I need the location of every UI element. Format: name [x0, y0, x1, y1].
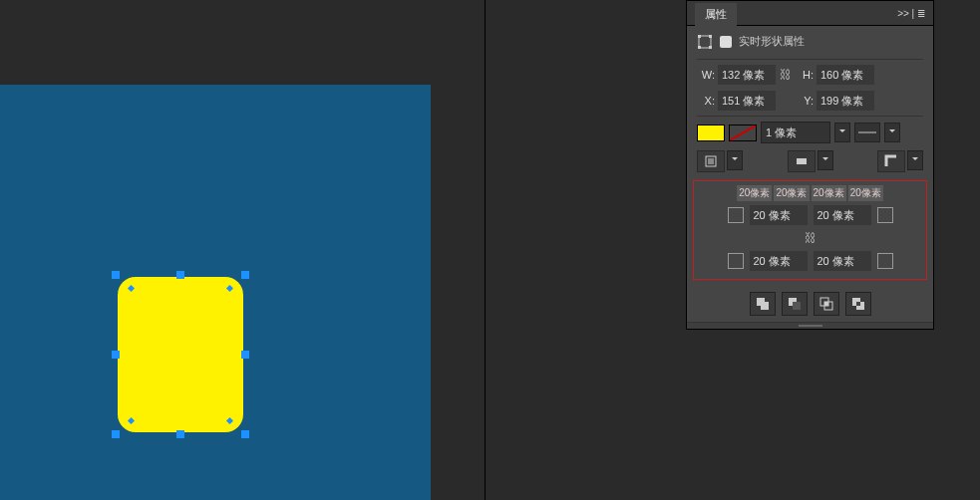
pathop-subtract-button[interactable]	[782, 292, 808, 316]
x-input[interactable]	[718, 91, 776, 111]
handle-tr[interactable]	[241, 271, 249, 279]
corner-radius-br-input[interactable]	[814, 251, 871, 271]
handle-mr[interactable]	[241, 351, 249, 359]
canvas[interactable]	[0, 85, 431, 500]
handle-tl[interactable]	[112, 271, 120, 279]
cap-type-button[interactable]	[788, 150, 816, 172]
corner-radius-section: 20像素20像素20像素20像素 ⛓	[693, 180, 927, 280]
stroke-width-select[interactable]	[761, 122, 830, 143]
handle-ml[interactable]	[112, 351, 120, 359]
join-type-dropdown[interactable]	[907, 150, 923, 170]
cap-type-dropdown[interactable]	[817, 150, 833, 170]
height-input[interactable]	[817, 65, 874, 85]
handle-br[interactable]	[241, 430, 249, 438]
handle-tm[interactable]	[176, 271, 184, 279]
stroke-swatch[interactable]	[729, 125, 757, 141]
svg-rect-4	[709, 46, 712, 49]
corner-radius-tl-input[interactable]	[750, 205, 808, 225]
properties-panel: 属性 >> | ≣ 实时形状属性 W: ⛓ H: X: ⛓ Y:	[686, 0, 934, 330]
panel-flyout-menu[interactable]: >> | ≣	[897, 8, 925, 19]
handle-bl[interactable]	[112, 430, 120, 438]
corner-type-br[interactable]	[877, 253, 893, 269]
live-shape-icon	[718, 34, 733, 49]
y-input[interactable]	[817, 91, 874, 111]
pathop-intersect-button[interactable]	[814, 292, 839, 316]
stroke-align-dropdown[interactable]	[727, 150, 743, 170]
svg-rect-5	[720, 36, 732, 48]
link-wh-icon[interactable]: ⛓	[780, 68, 792, 82]
link-corners-icon[interactable]: ⛓	[805, 231, 817, 245]
svg-rect-9	[708, 158, 714, 164]
x-label: X:	[697, 95, 715, 107]
svg-rect-2	[709, 35, 712, 38]
corner-type-tr[interactable]	[877, 207, 893, 223]
corner-radius-handle-br[interactable]	[226, 417, 233, 424]
panel-resize-grip[interactable]	[687, 322, 933, 329]
svg-rect-20	[856, 302, 860, 306]
stroke-width-dropdown[interactable]	[834, 123, 850, 142]
svg-line-6	[730, 125, 756, 140]
svg-rect-12	[761, 302, 769, 310]
corner-radius-handle-tl[interactable]	[128, 285, 135, 292]
svg-rect-10	[797, 158, 807, 164]
svg-rect-14	[793, 302, 801, 310]
corner-type-bl[interactable]	[728, 253, 744, 269]
handle-bm[interactable]	[176, 430, 184, 438]
corner-type-tl[interactable]	[728, 207, 744, 223]
height-label: H:	[796, 69, 814, 81]
width-input[interactable]	[718, 65, 776, 85]
corner-radius-tr-input[interactable]	[814, 205, 871, 225]
pathop-unite-button[interactable]	[750, 292, 776, 316]
properties-tab[interactable]: 属性	[695, 3, 737, 26]
stroke-style-dropdown[interactable]	[884, 123, 900, 142]
corner-radius-handle-tr[interactable]	[226, 285, 233, 292]
pathop-exclude-button[interactable]	[845, 292, 871, 316]
corner-radius-handle-bl[interactable]	[128, 417, 135, 424]
stroke-align-button[interactable]	[697, 150, 725, 172]
svg-rect-1	[698, 35, 701, 38]
width-label: W:	[697, 69, 715, 81]
svg-rect-17	[824, 302, 828, 306]
svg-rect-3	[698, 46, 701, 49]
corner-tooltip: 20像素20像素20像素20像素	[698, 185, 922, 201]
y-label: Y:	[796, 95, 814, 107]
stroke-style-select[interactable]	[854, 123, 880, 142]
panel-header-title: 实时形状属性	[739, 34, 805, 49]
shape-bbox-icon	[697, 34, 712, 49]
join-type-button[interactable]	[877, 150, 905, 172]
selection-bbox	[115, 274, 246, 435]
corner-radius-bl-input[interactable]	[750, 251, 808, 271]
fill-swatch[interactable]	[697, 125, 725, 141]
